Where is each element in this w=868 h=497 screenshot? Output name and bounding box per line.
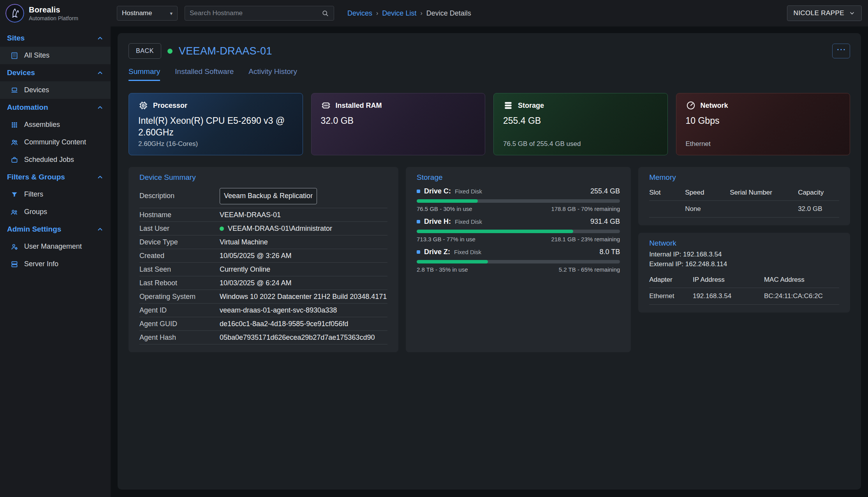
sidebar-item-assemblies[interactable]: Assemblies [0,116,111,133]
sidebar-item-label: Community Content [24,138,86,146]
gauge-icon [686,100,696,111]
drive-usage-fill [417,230,573,233]
content: BACK VEEAM-DRAAS-01 ⋯ Summary Installed … [111,26,868,497]
description-input[interactable] [220,188,317,204]
row-value: Windows 10 2022 Datacenter 21H2 Build 20… [220,293,387,301]
row-value: de16c0c1-8aa2-4d18-9585-9ce91cf056fd [220,320,348,328]
stat-title: Storage [518,102,544,110]
brand-subtitle: Automation Platform [29,15,78,21]
breadcrumb-device-details: Device Details [426,9,471,18]
user-menu-button[interactable]: NICOLE RAPPE [787,5,862,21]
tab-summary[interactable]: Summary [129,67,160,81]
sidebar-item-label: Assemblies [24,121,60,129]
sidebar-section-sites[interactable]: Sites [0,30,111,47]
breadcrumb-device-list[interactable]: Device List [382,9,416,18]
breadcrumb-devices[interactable]: Devices [347,9,372,18]
ram-icon [321,100,331,111]
row-label: Agent Hash [139,334,220,342]
briefcase-icon [10,156,19,164]
chevron-up-icon [97,35,104,42]
row-value: Virtual Machine [220,238,268,246]
summary-row-hostname: Hostname VEEAM-DRAAS-01 [139,208,387,222]
stat-cards: Processor Intel(R) Xeon(R) CPU E5-2690 v… [129,93,850,155]
page-title: VEEAM-DRAAS-01 [179,45,272,57]
stat-card-processor: Processor Intel(R) Xeon(R) CPU E5-2690 v… [129,93,303,155]
network-panel: Network Internal IP: 192.168.3.54 Extern… [638,233,850,313]
sidebar-section-devices[interactable]: Devices [0,64,111,81]
sidebar-item-server-info[interactable]: Server Info [0,255,111,273]
topbar: Hostname ▾ Devices › Device List › Devic… [111,0,868,26]
search-icon[interactable] [321,9,329,17]
chevron-down-icon [849,10,855,16]
sidebar-section-filters-groups[interactable]: Filters & Groups [0,169,111,186]
right-column: Memory Slot Speed Serial Number Capacity… [638,167,850,313]
groups-icon [10,208,19,216]
grid-icon [10,121,19,129]
search-box [185,6,334,21]
sidebar-item-label: Scheduled Jobs [24,156,74,164]
network-table: Adapter IP Address MAC Address Ethernet … [649,273,839,305]
drive-usage-bar [417,260,620,263]
tab-installed-software[interactable]: Installed Software [175,67,234,81]
table-cell: None [685,201,730,218]
sidebar-item-groups[interactable]: Groups [0,203,111,221]
stat-card-storage: Storage 255.4 GB 76.5 GB of 255.4 GB use… [493,93,668,155]
funnel-icon [10,191,19,198]
stat-footer: Ethernet [686,140,841,148]
tab-activity-history[interactable]: Activity History [248,67,297,81]
sidebar-item-label: Devices [24,86,49,94]
row-value: 10/03/2025 @ 6:24 AM [220,279,291,287]
row-value: Currently Online [220,265,270,274]
summary-row-agent-guid: Agent GUID de16c0c1-8aa2-4d18-9585-9ce91… [139,317,387,331]
sidebar-item-label: All Sites [24,51,49,60]
sidebar-item-community-content[interactable]: Community Content [0,133,111,151]
drive-usage-bar [417,230,620,233]
device-details-container: BACK VEEAM-DRAAS-01 ⋯ Summary Installed … [118,33,861,490]
sidebar-item-devices[interactable]: Devices [0,81,111,99]
back-button[interactable]: BACK [129,43,161,59]
panel-title: Device Summary [139,173,387,182]
stat-value: 255.4 GB [503,115,651,127]
sidebar-item-user-management[interactable]: User Management [0,238,111,255]
search-input[interactable] [190,9,321,17]
row-value: VEEAM-DRAAS-01 [220,211,281,219]
row-label: Agent ID [139,306,220,314]
section-label: Filters & Groups [7,173,65,181]
sidebar-item-filters[interactable]: Filters [0,186,111,203]
sidebar-section-admin-settings[interactable]: Admin Settings [0,221,111,238]
summary-row-operating-system: Operating System Windows 10 2022 Datacen… [139,290,387,304]
building-icon [10,52,19,60]
detail-panels: Device Summary Description Hostname VEEA… [129,167,850,352]
stat-title: Network [701,102,728,110]
row-label: Created [139,252,220,260]
user-name: NICOLE RAPPE [794,9,844,17]
sidebar-item-scheduled-jobs[interactable]: Scheduled Jobs [0,151,111,169]
drive-name: Drive C: [424,187,451,195]
drive-size: 255.4 GB [590,187,620,195]
memory-table: Slot Speed Serial Number Capacity None 3… [649,186,839,218]
column-header: Capacity [798,186,839,201]
drive-usage-fill [417,260,488,263]
cpu-icon [138,100,148,111]
drive-usage-fill [417,199,478,203]
row-label: Description [139,192,220,200]
chevron-up-icon [97,69,104,76]
drive-remaining-text: 5.2 TB - 65% remaining [559,266,620,273]
laptop-icon [10,86,19,94]
sidebar-section-automation[interactable]: Automation [0,99,111,116]
more-options-button[interactable]: ⋯ [832,44,850,58]
page-header: BACK VEEAM-DRAAS-01 ⋯ [129,43,850,59]
sidebar-item-all-sites[interactable]: All Sites [0,47,111,64]
filter-selected-value: Hostname [122,9,152,17]
drive-bullet-icon [417,220,420,223]
row-value: 05ba0e7935171d626ecea29b27d7ae175363cd90 [220,334,375,342]
panel-title: Memory [649,173,839,182]
section-label: Sites [7,34,25,42]
drive-row-c: Drive C: Fixed Disk 255.4 GB 76.5 GB - 3… [417,187,620,212]
stat-card-installed-ram: Installed RAM 32.0 GB [311,93,486,155]
brand: Borealis Automation Platform [0,0,111,26]
stat-value: 10 Gbps [686,115,834,127]
brand-text: Borealis Automation Platform [29,5,78,21]
drive-remaining-text: 178.8 GB - 70% remaining [551,205,620,212]
hostname-filter-select[interactable]: Hostname ▾ [117,6,178,21]
